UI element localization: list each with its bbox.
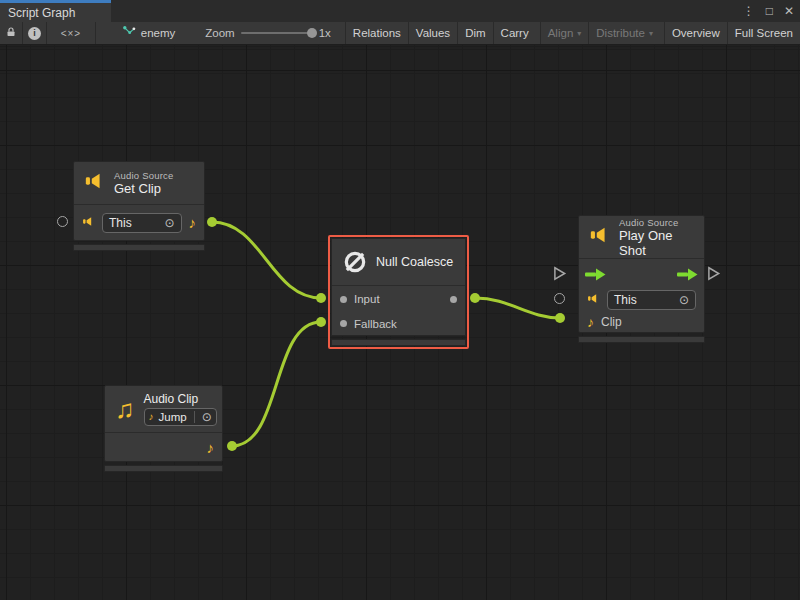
node-audio-clip[interactable]: ♫ Audio Clip ♪ Jump ⊙ ♪ [104,385,223,472]
graph-toolbar: i <×> enemy Zoom 1x Relations Values Dim… [0,22,800,45]
carry-button[interactable]: Carry [493,22,536,44]
fullscreen-button[interactable]: Full Screen [727,22,800,44]
toolbar-buttons: Relations Values Dim Carry Align▾ Distri… [345,22,800,44]
audio-source-icon [82,215,95,230]
node-footer [331,339,466,346]
audio-source-icon [587,291,600,309]
zoom-control: Zoom 1x [205,22,331,44]
zoom-value: 1x [319,27,331,39]
node-title: Null Coalesce [376,255,453,269]
getclip-target-field[interactable]: This ⊙ [102,213,182,233]
lock-button[interactable] [0,22,23,44]
graph-canvas[interactable]: Audio Source Get Clip This ⊙ ♪ [0,45,800,600]
target-picker-icon[interactable]: ⊙ [679,294,689,306]
node-footer [578,336,705,343]
result-port[interactable] [450,296,457,303]
playoneshot-target-field[interactable]: This ⊙ [607,290,696,310]
tab-script-graph[interactable]: Script Graph [0,0,111,22]
distribute-button[interactable]: Distribute▾ [588,22,660,44]
audioclip-output-icon: ♪ [189,215,197,230]
getclip-target-port[interactable] [57,216,68,227]
lock-icon [5,26,17,40]
playoneshot-target-port[interactable] [554,293,565,304]
node-footer [104,465,223,472]
zoom-label: Zoom [205,27,234,39]
relations-button[interactable]: Relations [345,22,408,44]
playoneshot-flow-out-port[interactable] [706,266,721,285]
maximize-icon[interactable]: □ [766,5,773,17]
audioclip-output-icon: ♪ [207,440,215,455]
chevron-down-icon: ▾ [649,29,653,38]
input-port[interactable] [340,296,347,303]
align-button[interactable]: Align▾ [540,22,589,44]
target-picker-icon[interactable]: ⊙ [164,217,174,229]
node-title: Audio Clip [144,392,217,406]
null-coalesce-icon [342,249,368,275]
tab-title: Script Graph [8,6,75,20]
graph-reference[interactable]: enemy [122,22,176,44]
node-category: Audio Source [619,217,694,228]
flow-out-arrow-icon[interactable] [677,268,698,281]
zoom-slider[interactable] [241,32,313,34]
wire-getclip-to-input[interactable] [212,222,321,298]
wire-null-to-clip[interactable] [475,298,560,318]
audio-source-icon [84,170,106,196]
info-icon: i [28,27,41,40]
inspect-button[interactable]: i [23,22,47,44]
overview-button[interactable]: Overview [664,22,727,44]
flow-in-arrow-icon[interactable] [585,268,606,281]
clip-port-label: Clip [601,315,622,329]
preview-code-button[interactable]: <×> [47,22,96,44]
note-icon: ♪ [149,412,154,422]
audio-clip-icon: ♫ [115,396,135,422]
fallback-port-label: Fallback [354,318,397,330]
fallback-port[interactable] [340,320,347,327]
dim-button[interactable]: Dim [457,22,492,44]
node-title: Play One Shot [619,228,694,258]
wire-audioclip-to-fallback[interactable] [232,322,321,446]
code-icon: <×> [61,28,82,39]
input-port-label: Input [354,293,380,305]
node-play-one-shot[interactable]: Audio Source Play One Shot This ⊙ [578,215,705,343]
zoom-slider-handle[interactable] [307,28,317,38]
node-get-clip[interactable]: Audio Source Get Clip This ⊙ ♪ [73,161,205,251]
audioclip-value-field[interactable]: ♪ Jump ⊙ [144,408,217,426]
node-null-coalesce[interactable]: Null Coalesce Input Fallback [328,235,469,349]
clip-input-icon: ♪ [587,315,594,329]
graph-icon [122,25,136,41]
menu-icon[interactable]: ⋮ [743,5,755,17]
graph-name: enemy [141,27,176,39]
chevron-down-icon: ▾ [577,29,581,38]
audio-source-icon [589,224,611,250]
node-footer [73,244,205,251]
close-icon[interactable]: ✕ [784,5,794,17]
window-controls: ⋮ □ ✕ [743,0,794,22]
node-category: Audio Source [114,170,173,181]
node-title: Get Clip [114,181,173,196]
playoneshot-flow-in-port[interactable] [552,266,567,285]
tab-bar: Script Graph ⋮ □ ✕ [0,0,800,22]
values-button[interactable]: Values [408,22,457,44]
target-picker-icon[interactable]: ⊙ [202,411,212,423]
